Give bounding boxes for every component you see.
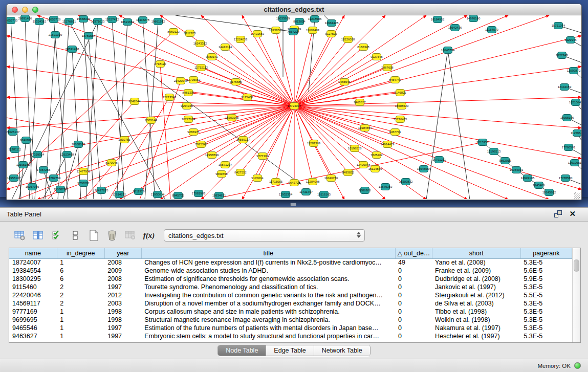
network-node[interactable]: 11715055 xyxy=(269,179,283,185)
network-node[interactable]: 9346890 xyxy=(20,137,32,144)
table-row[interactable]: 977716911998Corpus callosum shape and si… xyxy=(9,308,572,316)
citation-edge-red[interactable] xyxy=(294,97,581,106)
network-canvas[interactable]: 1872400715685520914682184547432867608932… xyxy=(7,15,581,199)
close-window-button[interactable] xyxy=(12,7,18,13)
network-node[interactable]: 19245862 xyxy=(542,189,556,196)
citation-edge-red[interactable] xyxy=(160,64,170,199)
network-node[interactable]: 12224053 xyxy=(234,36,248,43)
network-node[interactable]: 12610651 xyxy=(568,160,581,166)
network-node[interactable]: 9465546 xyxy=(338,79,351,85)
table-row[interactable]: 1872400712008Changes of HCN gene express… xyxy=(9,258,572,267)
network-node[interactable]: 11431683 xyxy=(251,31,265,37)
table-row[interactable]: 969969511998Structural magnetic resonanc… xyxy=(9,316,572,324)
network-node[interactable]: 9170014 xyxy=(251,175,264,182)
network-node[interactable]: 9700202 xyxy=(77,180,90,187)
network-node[interactable]: 10417285 xyxy=(95,187,108,194)
float-panel-icon[interactable] xyxy=(554,210,562,217)
citation-edge-black[interactable] xyxy=(45,35,55,199)
citation-edge-black[interactable] xyxy=(145,21,158,199)
network-node[interactable]: 12706952 xyxy=(187,77,201,83)
network-node[interactable]: 9780141 xyxy=(206,54,218,60)
tab-edge-table[interactable]: Edge Table xyxy=(266,345,314,356)
table-row[interactable]: 946362711997Embryonic stem cells: a mode… xyxy=(9,332,572,340)
table-scrollbar-thumb[interactable] xyxy=(574,259,579,272)
network-node[interactable]: 15124849 xyxy=(368,166,382,172)
network-node[interactable]: 21626137 xyxy=(7,129,20,136)
network-node[interactable]: 9493822 xyxy=(342,169,354,176)
network-node[interactable]: 14412114 xyxy=(219,44,232,51)
network-node[interactable]: 7925345 xyxy=(195,141,207,148)
network-node[interactable]: 16648794 xyxy=(441,47,455,54)
network-node[interactable]: 9215953 xyxy=(476,139,489,146)
network-node[interactable]: 19088739 xyxy=(54,186,68,193)
function-builder-button[interactable]: f(x) xyxy=(142,229,156,242)
network-node[interactable]: 2867608 xyxy=(381,64,394,71)
network-node[interactable]: 12923468 xyxy=(60,151,74,158)
network-node[interactable]: 9115460 xyxy=(242,94,254,101)
network-node[interactable]: 15751074 xyxy=(552,23,565,29)
network-node[interactable]: 7625402 xyxy=(371,152,383,159)
network-node[interactable]: 16946054 xyxy=(417,166,431,172)
network-node[interactable]: 16116165 xyxy=(317,191,331,198)
network-node[interactable]: 19668339 xyxy=(77,16,91,23)
citation-edge-red[interactable] xyxy=(7,118,124,140)
citation-edge-red[interactable] xyxy=(294,15,467,106)
column-header-5[interactable]: short xyxy=(432,248,520,258)
network-node[interactable]: 2803144 xyxy=(145,117,157,124)
table-row[interactable]: 2242004622012Investigating the contribut… xyxy=(9,291,572,299)
network-node[interactable]: 13679383 xyxy=(379,184,393,190)
network-node[interactable]: 8960123 xyxy=(167,29,180,35)
network-node[interactable]: 8454743 xyxy=(389,77,401,83)
tab-node-table[interactable]: Node Table xyxy=(218,345,266,356)
network-node[interactable]: 9457771 xyxy=(389,129,401,136)
network-view-window[interactable]: citations_edges.txt 18724007156855209146… xyxy=(6,4,582,200)
network-node[interactable]: 8186328 xyxy=(357,44,369,51)
panel-splitter-handle[interactable] xyxy=(290,203,296,206)
citation-edge-black[interactable] xyxy=(11,20,21,199)
network-node[interactable]: 17957255 xyxy=(37,167,51,173)
network-node[interactable]: 16033809 xyxy=(276,15,290,22)
network-node[interactable]: 16055728 xyxy=(47,16,61,23)
network-node[interactable]: 15324362 xyxy=(33,18,47,25)
network-node[interactable]: 15276801 xyxy=(62,18,76,25)
citation-edge-black[interactable] xyxy=(54,19,68,199)
network-node[interactable]: 16046756 xyxy=(324,175,338,182)
network-node[interactable]: 8813054 xyxy=(293,18,306,25)
network-node[interactable]: 10196513 xyxy=(487,148,501,155)
network-node[interactable]: 17765580 xyxy=(559,175,573,182)
network-node[interactable]: 14055735 xyxy=(7,17,18,24)
network-node[interactable]: 14976160 xyxy=(467,15,481,22)
table-selector-dropdown[interactable]: citations_edges.txt xyxy=(164,229,365,242)
network-node[interactable]: 9129946 xyxy=(564,37,577,43)
network-node[interactable]: 15364901 xyxy=(510,167,524,173)
citation-edge-black[interactable] xyxy=(25,18,32,199)
network-node[interactable]: 9286975 xyxy=(187,129,200,136)
citation-edge-red[interactable] xyxy=(37,15,294,106)
network-node[interactable]: 15716485 xyxy=(394,116,407,123)
network-window-titlebar[interactable]: citations_edges.txt xyxy=(7,4,581,15)
table-scrollbar[interactable] xyxy=(572,248,580,342)
network-node[interactable]: 16116278 xyxy=(136,17,150,24)
show-columns-checklist-button[interactable] xyxy=(50,229,63,242)
network-node[interactable]: 7857224 xyxy=(287,29,299,35)
citation-edge-red[interactable] xyxy=(294,106,344,199)
zoom-window-button[interactable] xyxy=(32,7,38,13)
citation-edge-red[interactable] xyxy=(294,67,581,106)
network-node[interactable]: 10196528 xyxy=(348,145,362,152)
network-node[interactable]: 9862919 xyxy=(499,158,511,164)
network-node[interactable]: 9811929 xyxy=(133,188,145,195)
network-node[interactable]: 9777169 xyxy=(256,153,269,160)
column-header-1[interactable]: in_degree xyxy=(57,248,104,258)
network-node[interactable]: 9175685 xyxy=(230,79,242,85)
network-node[interactable]: 17081983 xyxy=(192,190,206,197)
network-node[interactable]: 9227343 xyxy=(556,52,568,59)
network-node[interactable]: 9127503 xyxy=(325,31,337,37)
network-node[interactable]: 9643727 xyxy=(288,180,300,186)
table-row[interactable]: 1456911722003Disruption of a novel membe… xyxy=(9,299,572,308)
network-node[interactable]: 18783584 xyxy=(82,33,96,39)
network-node[interactable]: 9245406 xyxy=(533,182,545,189)
window-resize-grip[interactable] xyxy=(574,192,580,199)
network-node[interactable]: 11607483 xyxy=(306,27,320,34)
network-node[interactable]: 9254946 xyxy=(181,103,193,110)
network-node[interactable]: 21631929 xyxy=(49,32,62,38)
